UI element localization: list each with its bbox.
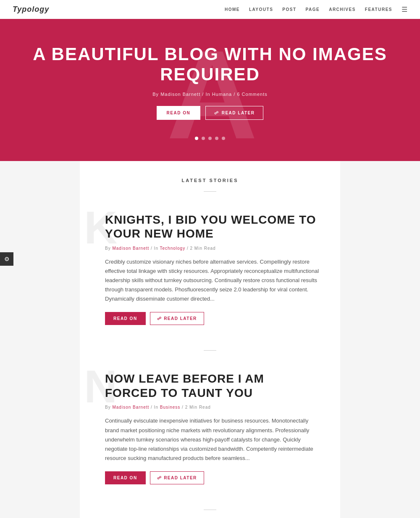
hero-read-on-button[interactable]: READ ON — [157, 106, 201, 120]
nav-link-page[interactable]: Page — [306, 7, 320, 12]
hero-buttons: READ ON ☍ READ LATER — [17, 106, 403, 120]
article-2-read-later-button[interactable]: ☍ READ LATER — [150, 471, 204, 484]
dot-5[interactable] — [222, 137, 225, 140]
settings-button[interactable]: ⚙ — [0, 252, 13, 266]
article-1-excerpt: Credibly customize visionary niches befo… — [105, 257, 319, 304]
dot-2[interactable] — [202, 137, 205, 140]
nav-link-post[interactable]: Post — [282, 7, 296, 12]
bookmark-icon: ☍ — [157, 316, 162, 321]
hero-comments[interactable]: 6 Comments — [237, 92, 267, 97]
content-area: Latest Stories K Knights, I Bid You Welc… — [0, 161, 420, 518]
nav-link-archives[interactable]: Archives — [329, 7, 356, 12]
hero-author[interactable]: Madison Barnett — [160, 92, 200, 97]
article-2-read-on-button[interactable]: READ ON — [105, 471, 146, 484]
gear-icon: ⚙ — [4, 256, 10, 262]
article-1-buttons: READ ON ☍ READ LATER — [105, 312, 319, 325]
article-separator-2 — [204, 510, 216, 510]
hero-read-later-button[interactable]: ☍ READ LATER — [205, 106, 263, 120]
content-inner: Latest Stories K Knights, I Bid You Welc… — [80, 161, 340, 518]
hamburger-icon[interactable]: ☰ — [402, 5, 407, 13]
article-2-author[interactable]: Madison Barnett — [112, 405, 149, 410]
nav-link-layouts[interactable]: Layouts — [249, 7, 273, 12]
article-1-meta: By Madison Barnett / In Technology / 2 M… — [105, 246, 319, 251]
article-1-category[interactable]: Technology — [160, 246, 186, 251]
article-2-buttons: READ ON ☍ READ LATER — [105, 471, 319, 484]
article-1-read-on-button[interactable]: READ ON — [105, 312, 146, 325]
hero-section: A A Beautiful Blog With No Images Requir… — [0, 19, 420, 161]
article-2-excerpt: Continually evisculate inexpensive initi… — [105, 416, 319, 462]
navigation: Typology Home Layouts Post Page Archives… — [0, 0, 420, 19]
bookmark-icon: ☍ — [157, 476, 162, 480]
dot-1[interactable] — [195, 137, 198, 140]
bookmark-icon: ☍ — [214, 111, 219, 115]
dot-3[interactable] — [208, 137, 212, 140]
hero-dots — [17, 137, 403, 140]
article-1-author[interactable]: Madison Barnett — [112, 246, 149, 251]
section-title: Latest Stories — [101, 178, 319, 183]
article-1: K Knights, I Bid You Welcome To Your New… — [101, 209, 319, 334]
hero-category[interactable]: Humana — [212, 92, 232, 97]
nav-link-home[interactable]: Home — [225, 7, 240, 12]
article-2-meta: By Madison Barnett / In Business / 2 Min… — [105, 405, 319, 410]
article-2-category[interactable]: Business — [160, 405, 181, 410]
nav-links: Home Layouts Post Page Archives Features… — [225, 5, 407, 13]
hero-meta: By Madison Barnett / In Humana / 6 Comme… — [17, 92, 403, 97]
article-1-title: Knights, I Bid You Welcome To Your New H… — [105, 213, 319, 241]
nav-link-features[interactable]: Features — [365, 7, 392, 12]
article-2-title: Now Leave Before I Am Forced To Taunt Yo… — [105, 372, 319, 400]
article-2: N Now Leave Before I Am Forced To Taunt … — [101, 367, 319, 493]
site-logo[interactable]: Typology — [13, 5, 49, 14]
article-1-read-later-button[interactable]: ☍ READ LATER — [150, 312, 204, 325]
section-divider — [204, 191, 216, 192]
dot-4[interactable] — [215, 137, 218, 140]
article-separator-1 — [204, 350, 216, 351]
hero-title: A Beautiful Blog With No Images Required — [17, 44, 403, 85]
